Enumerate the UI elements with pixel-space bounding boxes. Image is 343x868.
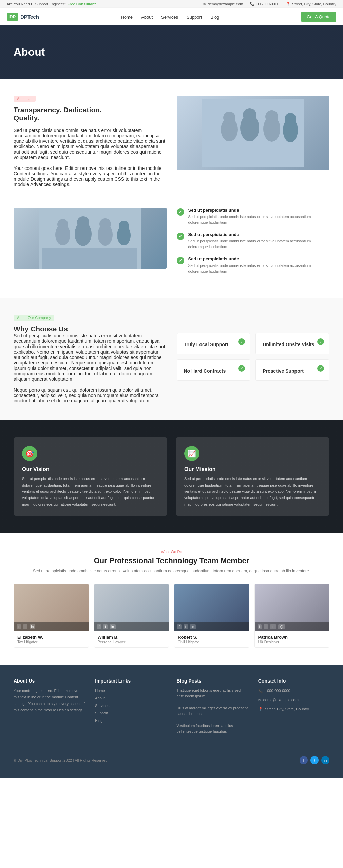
team-photo2: [14, 208, 167, 269]
member-3-role: Civil Litigator: [178, 640, 246, 644]
about-photo: [177, 96, 330, 170]
team-label: What We Do: [14, 550, 329, 554]
nav-blog[interactable]: Blog: [211, 15, 220, 20]
tw-icon-1[interactable]: t: [23, 624, 27, 629]
footer-bottom: © Divi Plus Technical Support 2022 | All…: [14, 751, 329, 764]
nav-about[interactable]: About: [141, 15, 153, 20]
check-text-3: Sed ut perspiciatis unde Sed ut perspici…: [188, 256, 330, 274]
svg-point-2: [223, 112, 235, 124]
svg-rect-19: [42, 248, 137, 269]
why-content: Sed ut perspiciatis unde omnis iste natu…: [14, 333, 329, 403]
footer-about-text: Your content goes here. Edit or remove t…: [14, 688, 85, 713]
tw-icon-4[interactable]: t: [264, 624, 268, 629]
about-section2: ✓ Sed ut perspiciatis unde Sed ut perspi…: [0, 204, 343, 298]
team-photo-1: f t in: [14, 584, 89, 631]
check-icon-2: ✓: [177, 233, 184, 240]
li-icon-4[interactable]: in: [270, 624, 276, 629]
svg-point-8: [285, 113, 296, 124]
blog-item-1: Tristique eget lobortis eget facilisis s…: [177, 688, 248, 702]
team-photo-overlay-1: f t in: [14, 622, 89, 631]
team-info-4: Patrica Brown UX Designer: [255, 631, 329, 647]
why-card-4: ✓ Proactive Support: [255, 359, 329, 381]
team-grid: f t in Elizabeth W. Tax Litigator f t in…: [14, 584, 329, 648]
svg-point-16: [99, 218, 111, 230]
why-card-4-title: Proactive Support: [263, 368, 322, 374]
li-icon-2[interactable]: in: [110, 624, 116, 629]
top-bar-text: Are You Need IT Support Engineer?: [7, 2, 66, 6]
footer-about-title: About Us: [14, 678, 85, 684]
team-photo-svg: [202, 99, 304, 167]
nav-support[interactable]: Support: [187, 15, 202, 20]
copyright: © Divi Plus Technical Support 2022 | All…: [14, 757, 109, 764]
fb-icon-2[interactable]: f: [97, 624, 101, 629]
email-info: ✉ demo@example.com: [203, 2, 243, 6]
about-label: About Us: [14, 96, 36, 102]
about-heading: Transparency. Dedication. Quality.: [14, 106, 167, 122]
footer-link-support[interactable]: Support: [95, 711, 108, 715]
team-info-3: Robert S. Civil Litigator: [174, 631, 249, 647]
social-linkedin[interactable]: in: [321, 756, 329, 764]
svg-point-4: [243, 108, 256, 122]
logo: DP DPTech: [7, 13, 39, 21]
top-bar-left: Are You Need IT Support Engineer? Free C…: [7, 2, 96, 6]
team-card-2: f t in William B. Personal Lawyer: [94, 584, 169, 648]
tw-icon-3[interactable]: t: [184, 624, 188, 629]
svg-point-6: [265, 110, 278, 123]
social-facebook[interactable]: f: [300, 756, 308, 764]
footer-link-blog[interactable]: Blog: [95, 718, 102, 723]
team-heading: Our Professional Technology Team Member: [14, 556, 329, 565]
hero-title: About: [14, 46, 45, 58]
member-4-name: Patrica Brown: [258, 635, 326, 640]
footer-phone: 📞 +000-000-0000: [258, 688, 329, 694]
navbar: DP DPTech Home About Services Support Bl…: [0, 8, 343, 25]
svg-point-14: [77, 216, 89, 229]
social-links: f t in: [300, 756, 329, 764]
nav-services[interactable]: Services: [161, 15, 178, 20]
get-quote-button[interactable]: Get A Quote: [301, 12, 336, 22]
mission-title: Our Mission: [184, 466, 321, 472]
vision-icon: 🎯: [22, 446, 37, 461]
footer: About Us Your content goes here. Edit or…: [0, 665, 343, 778]
footer-contact: Contact Info 📞 +000-000-0000 ✉ demo@exam…: [258, 678, 329, 741]
em-icon-4[interactable]: @: [278, 624, 285, 629]
footer-link-services[interactable]: Services: [95, 704, 109, 708]
about2-checklist: ✓ Sed ut perspiciatis unde Sed ut perspi…: [177, 208, 330, 281]
card-check-2: ✓: [317, 338, 324, 345]
about-para2: Your content goes here. Edit or remove t…: [14, 165, 167, 187]
why-card-1: ✓ Truly Local Support: [177, 333, 251, 354]
li-icon-3[interactable]: in: [190, 624, 196, 629]
check-item-3: ✓ Sed ut perspiciatis unde Sed ut perspi…: [177, 256, 330, 274]
top-bar-cta-link[interactable]: Free Consultant: [67, 2, 96, 6]
footer-link-about[interactable]: About: [95, 696, 105, 700]
top-bar-right: ✉ demo@example.com 📞 000-000-0000 📍 Stre…: [203, 2, 336, 6]
fb-icon-3[interactable]: f: [177, 624, 182, 629]
phone-info: 📞 000-000-0000: [250, 2, 279, 6]
fb-icon-1[interactable]: f: [17, 624, 21, 629]
li-icon-1[interactable]: in: [30, 624, 36, 629]
tw-icon-2[interactable]: t: [103, 624, 108, 629]
blog-item-3: Vestibulum faucibus lorem a tellus pelle…: [177, 723, 248, 737]
check-item-1: ✓ Sed ut perspiciatis unde Sed ut perspi…: [177, 208, 330, 225]
top-bar: Are You Need IT Support Engineer? Free C…: [0, 0, 343, 8]
about-section: About Us Transparency. Dedication. Quali…: [0, 79, 343, 204]
team-photo-2: f t in: [94, 584, 169, 631]
why-section: About Our Company Why Choose Us Sed ut p…: [0, 298, 343, 420]
about2-photo: [14, 208, 167, 269]
address-info: 📍 Street, City, State, Country: [286, 2, 336, 6]
team-card-1: f t in Elizabeth W. Tax Litigator: [14, 584, 89, 648]
card-check-1: ✓: [238, 338, 245, 345]
team-subtitle: Sed ut perspiciatis unde omnis iste natu…: [14, 569, 329, 573]
footer-blog: Blog Posts Tristique eget lobortis eget …: [177, 678, 248, 741]
fb-icon-4[interactable]: f: [258, 624, 262, 629]
team-photo2-svg: [39, 208, 141, 269]
about-para1: Sed ut perspiciatis unde omnis iste natu…: [14, 127, 167, 160]
social-twitter[interactable]: t: [310, 756, 319, 764]
footer-about: About Us Your content goes here. Edit or…: [14, 678, 85, 741]
about-right: [177, 96, 330, 170]
why-card-1-title: Truly Local Support: [184, 342, 244, 347]
footer-link-home[interactable]: Home: [95, 689, 105, 693]
team-photo-overlay-4: f t in @: [255, 622, 329, 631]
vision-section: 🎯 Our Vision Sed ut perspiciatis unde om…: [0, 420, 343, 533]
nav-home[interactable]: Home: [121, 15, 133, 20]
team-section: What We Do Our Professional Technology T…: [0, 533, 343, 665]
